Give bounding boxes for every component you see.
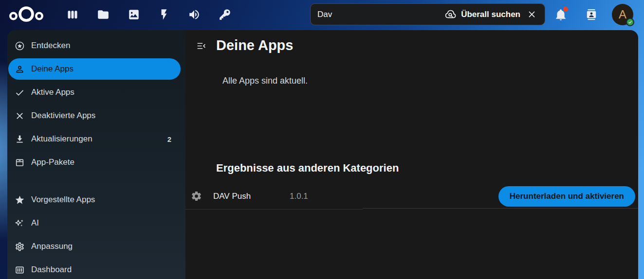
contacts-button[interactable] — [580, 3, 603, 26]
sidebar-item-label: App-Pakete — [31, 157, 74, 167]
sidebar-item-vorgestellte-apps[interactable]: Vorgestellte Apps — [8, 189, 181, 210]
sidebar-item-label: Anpassung — [31, 242, 73, 251]
app-result-row[interactable]: DAV Push 1.0.1 Herunterladen und aktivie… — [185, 183, 638, 209]
audio-icon[interactable] — [183, 3, 205, 26]
star-icon — [15, 195, 25, 205]
sparkles-icon — [15, 218, 25, 228]
sidebar-item-label: Entdecken — [31, 41, 70, 51]
close-icon — [15, 111, 25, 121]
main-content: Deine Apps Alle Apps sind aktuell. Ergeb… — [185, 30, 638, 279]
notifications-button[interactable] — [550, 3, 572, 26]
contacts-icon — [585, 8, 598, 21]
download-icon — [15, 134, 25, 144]
sidebar-item-app-pakete[interactable]: App-Pakete — [8, 152, 181, 173]
notification-dot — [563, 7, 568, 12]
sidebar-item-dashboard[interactable]: Dashboard — [8, 259, 181, 279]
sidebar-item-aktualisierungen[interactable]: Aktualisierungen 2 — [8, 128, 181, 150]
sidebar-item-deine-apps[interactable]: Deine Apps — [8, 58, 181, 80]
nextcloud-logo[interactable] — [7, 4, 46, 25]
bundle-box-icon — [15, 157, 25, 168]
download-and-enable-button[interactable]: Herunterladen und aktivieren — [498, 186, 635, 207]
row-divider — [363, 208, 638, 209]
search-everywhere-button[interactable]: Überall suchen — [444, 9, 520, 20]
page-title: Deine Apps — [216, 37, 293, 53]
sidebar-group-divider — [7, 175, 185, 189]
nextcloud-logo-icon — [7, 4, 46, 25]
photos-icon[interactable] — [123, 3, 145, 26]
app-name: DAV Push — [213, 192, 290, 201]
passwords-icon[interactable] — [214, 3, 236, 26]
avatar-letter: A — [619, 9, 626, 20]
online-status-badge — [626, 18, 634, 26]
collapse-sidebar-icon — [196, 41, 206, 51]
row-divider — [185, 209, 363, 209]
other-categories-section-title: Ergebnisse aus anderen Kategorien — [216, 162, 399, 174]
app-gear-icon — [191, 191, 202, 202]
app-version: 1.0.1 — [290, 192, 308, 201]
sidebar-item-label: Aktive Apps — [31, 87, 74, 97]
sidebar-item-label: Aktualisierungen — [31, 134, 92, 144]
check-icon — [15, 87, 25, 98]
search-input[interactable] — [317, 10, 444, 19]
avatar[interactable]: A — [612, 4, 633, 25]
account-icon — [15, 64, 25, 74]
sidebar-item-label: Deaktivierte Apps — [31, 111, 95, 121]
app-categories-sidebar: Entdecken Deine Apps Aktive Apps Deaktiv… — [7, 30, 185, 279]
sidebar-item-label: AI — [31, 218, 39, 228]
all-apps-up-to-date-message: Alle Apps sind aktuell. — [222, 76, 308, 86]
cloud-search-icon — [444, 9, 457, 20]
star-circle-icon — [15, 41, 25, 51]
columns-icon — [15, 265, 25, 275]
collapse-sidebar-button[interactable] — [193, 37, 209, 54]
apps-grid-icon[interactable] — [61, 3, 84, 26]
sidebar-item-aktive-apps[interactable]: Aktive Apps — [8, 82, 181, 103]
global-search-bar: Überall suchen — [310, 3, 545, 25]
gear-icon — [15, 242, 25, 252]
close-icon[interactable] — [522, 5, 541, 24]
sidebar-item-ai[interactable]: AI — [8, 212, 181, 234]
sidebar-item-label: Dashboard — [31, 265, 72, 275]
activity-icon[interactable] — [153, 3, 175, 26]
sidebar-item-label: Deine Apps — [31, 64, 74, 74]
sidebar-item-label: Vorgestellte Apps — [31, 195, 95, 205]
top-bar: Überall suchen A — [0, 0, 644, 30]
sidebar-item-deaktivierte-apps[interactable]: Deaktivierte Apps — [8, 105, 181, 126]
sidebar-item-entdecken[interactable]: Entdecken — [8, 35, 181, 56]
files-icon[interactable] — [92, 3, 114, 26]
sidebar-item-anpassung[interactable]: Anpassung — [8, 236, 181, 257]
updates-count-badge: 2 — [167, 135, 176, 143]
search-everywhere-label: Überall suchen — [461, 10, 520, 19]
